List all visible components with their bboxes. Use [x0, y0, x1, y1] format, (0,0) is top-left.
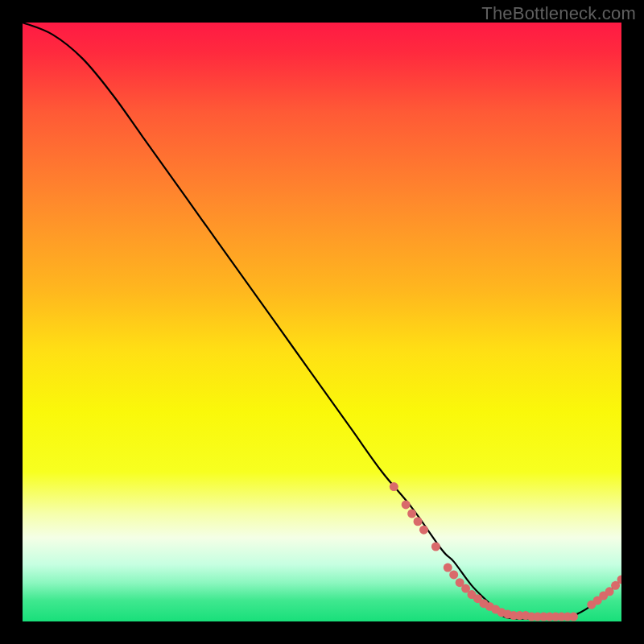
plot-background: [23, 23, 621, 621]
data-dot: [419, 526, 428, 535]
watermark-text: TheBottleneck.com: [481, 3, 636, 24]
data-dot: [390, 482, 398, 491]
data-dot: [449, 570, 458, 579]
data-dot: [402, 500, 411, 509]
data-dot: [407, 510, 416, 518]
chart-stage: TheBottleneck.com: [0, 0, 644, 644]
data-dot: [414, 517, 423, 526]
data-dot: [569, 613, 578, 621]
data-dot: [444, 564, 452, 572]
data-dot: [431, 543, 440, 551]
plot-area: [23, 23, 621, 621]
plot-svg: [23, 23, 621, 621]
